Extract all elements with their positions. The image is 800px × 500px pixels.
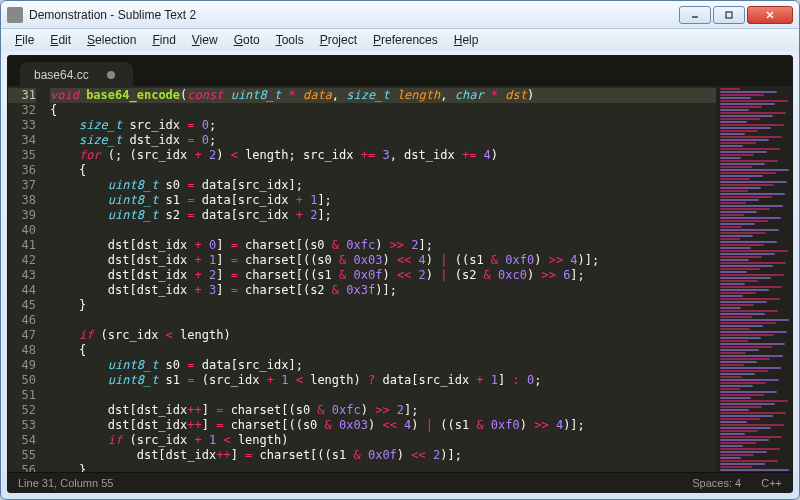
menu-tools[interactable]: Tools [270, 31, 310, 49]
tabbar[interactable]: base64.cc [8, 56, 792, 86]
app-window: Demonstration - Sublime Text 2 FileEditS… [0, 0, 800, 500]
window-controls [679, 6, 793, 24]
window-title: Demonstration - Sublime Text 2 [29, 8, 679, 22]
menu-goto[interactable]: Goto [228, 31, 266, 49]
menubar: FileEditSelectionFindViewGotoToolsProjec… [1, 29, 799, 51]
tab-file[interactable]: base64.cc [20, 62, 133, 87]
menu-view[interactable]: View [186, 31, 224, 49]
minimize-button[interactable] [679, 6, 711, 24]
code-area: 3132333435363738394041424344454647484950… [8, 86, 792, 472]
maximize-button[interactable] [713, 6, 745, 24]
menu-help[interactable]: Help [448, 31, 485, 49]
menu-find[interactable]: Find [146, 31, 181, 49]
tab-label: base64.cc [34, 68, 89, 82]
status-indent[interactable]: Spaces: 4 [692, 477, 741, 489]
status-syntax[interactable]: C++ [761, 477, 782, 489]
dirty-indicator-icon [107, 71, 115, 79]
titlebar[interactable]: Demonstration - Sublime Text 2 [1, 1, 799, 29]
statusbar: Line 31, Column 55 Spaces: 4 C++ [8, 472, 792, 492]
menu-file[interactable]: File [9, 31, 40, 49]
menu-preferences[interactable]: Preferences [367, 31, 444, 49]
editor-chrome: base64.cc 313233343536373839404142434445… [7, 55, 793, 493]
svg-rect-1 [726, 12, 732, 18]
app-icon [7, 7, 23, 23]
status-cursor[interactable]: Line 31, Column 55 [18, 477, 113, 489]
menu-selection[interactable]: Selection [81, 31, 142, 49]
close-button[interactable] [747, 6, 793, 24]
menu-project[interactable]: Project [314, 31, 363, 49]
menu-edit[interactable]: Edit [44, 31, 77, 49]
gutter[interactable]: 3132333435363738394041424344454647484950… [8, 86, 42, 472]
minimap[interactable] [716, 86, 792, 472]
code-editor[interactable]: void base64_encode(const uint8_t * data,… [42, 86, 716, 472]
